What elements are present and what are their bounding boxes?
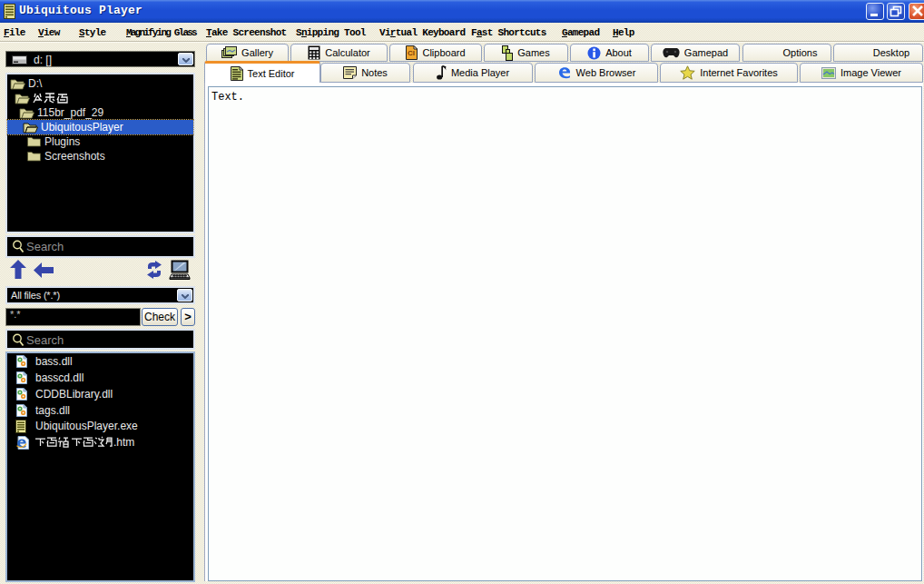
svg-text:Cl: Cl <box>408 49 415 57</box>
